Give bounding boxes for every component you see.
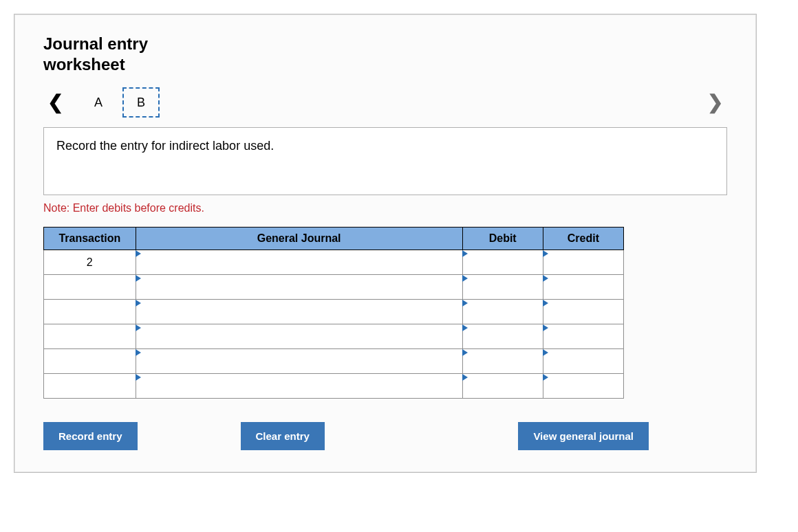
cell-general-journal[interactable]	[136, 275, 462, 300]
dropdown-flag-icon	[543, 275, 548, 282]
cell-debit[interactable]	[462, 275, 543, 300]
cell-debit[interactable]	[462, 250, 543, 275]
cell-general-journal[interactable]	[136, 300, 462, 324]
prev-arrow-icon[interactable]: ❮	[43, 93, 67, 112]
cell-credit[interactable]	[543, 250, 623, 275]
cell-credit[interactable]	[543, 349, 623, 374]
dropdown-flag-icon	[462, 324, 468, 331]
cell-debit[interactable]	[462, 324, 543, 349]
tab-b[interactable]: B	[122, 87, 160, 118]
record-entry-button[interactable]: Record entry	[43, 422, 138, 450]
table-body: 2	[44, 250, 624, 399]
dropdown-flag-icon	[462, 300, 468, 307]
cell-general-journal[interactable]	[136, 374, 462, 399]
dropdown-flag-icon	[136, 250, 141, 257]
col-header-transaction: Transaction	[44, 228, 136, 250]
cell-general-journal[interactable]	[136, 250, 462, 275]
table-header-row: Transaction General Journal Debit Credit	[44, 228, 624, 250]
note-text: Note: Enter debits before credits.	[43, 202, 727, 214]
tab-nav-left: ❮ A B	[43, 87, 160, 118]
spacer	[325, 422, 518, 450]
journal-worksheet-panel: Journal entry worksheet ❮ A B ❯ Record t…	[14, 14, 757, 473]
dropdown-flag-icon	[136, 324, 141, 331]
dropdown-flag-icon	[136, 300, 141, 307]
spacer	[138, 422, 241, 450]
dropdown-flag-icon	[462, 349, 468, 356]
col-header-credit: Credit	[543, 228, 623, 250]
cell-debit[interactable]	[462, 349, 543, 374]
dropdown-flag-icon	[136, 349, 141, 356]
cell-credit[interactable]	[543, 324, 623, 349]
col-header-debit: Debit	[462, 228, 543, 250]
button-row: Record entry Clear entry View general jo…	[43, 422, 649, 450]
cell-credit[interactable]	[543, 275, 623, 300]
dropdown-flag-icon	[462, 374, 468, 381]
dropdown-flag-icon	[543, 250, 548, 257]
cell-general-journal[interactable]	[136, 349, 462, 374]
entry-prompt: Record the entry for indirect labor used…	[43, 127, 727, 195]
dropdown-flag-icon	[136, 374, 141, 381]
title-line-1: Journal entry	[43, 34, 148, 53]
dropdown-flag-icon	[543, 374, 548, 381]
table-row	[44, 374, 624, 399]
dropdown-flag-icon	[462, 275, 468, 282]
next-arrow-icon[interactable]: ❯	[703, 93, 727, 112]
clear-entry-button[interactable]: Clear entry	[241, 422, 325, 450]
table-row	[44, 275, 624, 300]
dropdown-flag-icon	[543, 300, 548, 307]
title-line-2: worksheet	[43, 55, 125, 74]
dropdown-flag-icon	[543, 324, 548, 331]
cell-transaction[interactable]: 2	[44, 250, 136, 275]
dropdown-flag-icon	[136, 275, 141, 282]
col-header-general-journal: General Journal	[136, 228, 462, 250]
cell-debit[interactable]	[462, 374, 543, 399]
cell-general-journal[interactable]	[136, 324, 462, 349]
cell-transaction[interactable]	[44, 374, 136, 399]
view-general-journal-button[interactable]: View general journal	[518, 422, 649, 450]
journal-table: Transaction General Journal Debit Credit…	[43, 227, 624, 399]
dropdown-flag-icon	[543, 349, 548, 356]
cell-credit[interactable]	[543, 374, 623, 399]
cell-transaction[interactable]	[44, 349, 136, 374]
table-row	[44, 324, 624, 349]
cell-transaction[interactable]	[44, 275, 136, 300]
table-row	[44, 349, 624, 374]
dropdown-flag-icon	[462, 250, 468, 257]
table-row: 2	[44, 250, 624, 275]
cell-debit[interactable]	[462, 300, 543, 324]
cell-transaction[interactable]	[44, 324, 136, 349]
table-row	[44, 300, 624, 324]
cell-transaction[interactable]	[44, 300, 136, 324]
cell-credit[interactable]	[543, 300, 623, 324]
page-title: Journal entry worksheet	[43, 34, 727, 75]
tab-nav-row: ❮ A B ❯	[43, 87, 727, 118]
tab-a[interactable]: A	[80, 87, 117, 118]
